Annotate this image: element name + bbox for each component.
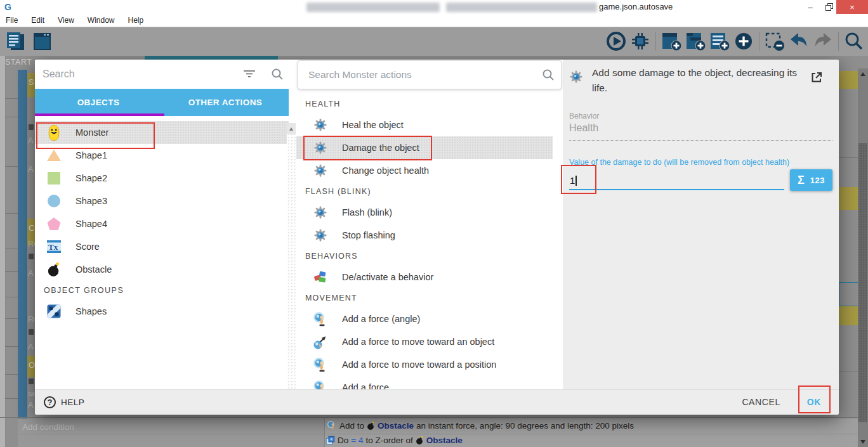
object-item-score[interactable]: TxScore xyxy=(35,235,289,258)
add-circle-icon[interactable] xyxy=(732,30,755,53)
event-action-row[interactable]: Do = 4 to Z-order of Obstacle xyxy=(326,436,463,445)
search-toolbar-icon[interactable] xyxy=(843,30,865,53)
action-text: an instant force, angle: 90 degrees and … xyxy=(416,421,634,431)
action-item-change-object-health[interactable]: Change object health xyxy=(296,159,553,182)
title-bar: G game.json.autosave – × xyxy=(0,0,868,14)
event-bracket-tick xyxy=(5,346,18,347)
scroll-up-arrow[interactable] xyxy=(287,123,296,134)
menu-bar: FileEditViewWindowHelp xyxy=(0,14,868,27)
title-redacted-block xyxy=(306,3,440,12)
play-icon[interactable] xyxy=(605,30,628,53)
search-icon xyxy=(271,68,284,81)
filter-icon[interactable] xyxy=(243,68,256,79)
action-item-add-a-force-angle-[interactable]: Add a force (angle) xyxy=(296,308,553,330)
object-item-shape2[interactable]: Shape2 xyxy=(35,167,289,190)
tab-other-actions[interactable]: OTHER ACTIONS xyxy=(162,89,289,116)
action-item-add-a-force-to-move-toward-an-object[interactable]: Add a force to move toward an object xyxy=(296,330,553,353)
action-item-heal-the-object[interactable]: Heal the object xyxy=(296,113,553,136)
object-item-shape3[interactable]: Shape3 xyxy=(35,190,289,212)
object-label: Shape2 xyxy=(76,173,107,183)
behavior-label: Behavior xyxy=(569,112,599,120)
objects-scrollbar[interactable] xyxy=(287,123,296,389)
redo-icon[interactable] xyxy=(812,30,834,53)
event-icon-mark xyxy=(29,329,34,335)
event-bracket-tick xyxy=(5,318,18,319)
object-label: Shape4 xyxy=(76,219,107,229)
pentagon-icon xyxy=(46,216,62,231)
restore-icon xyxy=(825,3,833,11)
action-text: to Z-order of xyxy=(365,436,412,445)
event-indent-bar xyxy=(18,70,27,447)
menu-help[interactable]: Help xyxy=(128,16,144,25)
app-logo-icon: G xyxy=(4,2,15,12)
event-icon-mark xyxy=(29,124,34,130)
event-text-fragment: A xyxy=(28,136,34,145)
active-tab-underline xyxy=(35,113,164,116)
menu-view[interactable]: View xyxy=(58,16,74,25)
force-icon xyxy=(313,311,328,327)
expression-123-label: 123 xyxy=(810,176,825,185)
bomb-icon xyxy=(47,262,61,277)
event-text-fragment: A xyxy=(28,400,34,410)
minimize-button[interactable]: – xyxy=(801,0,820,14)
undo-icon[interactable] xyxy=(787,30,810,53)
action-param: = 4 xyxy=(351,436,363,445)
action-item-de-activate-a-behavior[interactable]: De/activate a behavior xyxy=(296,266,553,288)
window-scrollbar[interactable] xyxy=(858,68,868,447)
action-item-add-a-force[interactable]: Add a force xyxy=(296,376,553,389)
scene-tab[interactable]: START xyxy=(5,58,32,67)
objects-panel: Search OBJECTSOTHER ACTIONS MonsterShape… xyxy=(35,60,296,389)
tab-objects[interactable]: OBJECTS xyxy=(35,89,162,116)
group-label: Shapes xyxy=(76,306,107,316)
event-text-fragment: A xyxy=(28,342,34,351)
object-item-obstacle[interactable]: Obstacle xyxy=(35,258,289,281)
action-search-field[interactable]: Search Monster actions xyxy=(298,60,562,89)
menu-window[interactable]: Window xyxy=(88,16,115,25)
add-event-icon[interactable] xyxy=(660,30,683,53)
add-comment-icon[interactable] xyxy=(708,30,731,53)
open-in-new-icon[interactable] xyxy=(810,71,823,84)
row-divider xyxy=(18,434,858,434)
add-condition-link[interactable]: Add condition xyxy=(22,422,74,432)
object-label: Shape1 xyxy=(76,150,107,160)
group-item-shapes[interactable]: Shapes xyxy=(35,300,289,323)
help-button[interactable]: ? HELP xyxy=(44,396,84,408)
close-button[interactable]: × xyxy=(836,0,868,14)
window-title: game.json.autosave xyxy=(599,2,673,11)
action-description: Add some damage to the object, decreasin… xyxy=(592,65,805,96)
object-label: Shape3 xyxy=(76,196,107,206)
event-action-row[interactable]: Add to Obstacle an instant force, angle:… xyxy=(327,420,634,431)
expression-editor-button[interactable]: Σ 123 xyxy=(790,169,832,191)
action-text: Add to xyxy=(339,421,364,431)
action-item-add-a-force-to-move-toward-a-position[interactable]: Add a force to move toward a position xyxy=(296,353,553,376)
add-subevent-icon[interactable] xyxy=(684,30,707,53)
force-icon xyxy=(313,380,328,389)
event-bracket-tick xyxy=(5,166,18,167)
action-label: Flash (blink) xyxy=(342,207,392,217)
action-item-flash-blink-[interactable]: Flash (blink) xyxy=(296,201,553,224)
object-label: Obstacle xyxy=(76,264,112,275)
project-manager-icon[interactable] xyxy=(4,30,27,53)
event-divider xyxy=(839,157,858,158)
action-item-stop-flashing[interactable]: Stop flashing xyxy=(296,224,553,247)
debug-icon[interactable] xyxy=(629,30,652,53)
menu-file[interactable]: File xyxy=(6,16,18,25)
section-header-flash-blink-: FLASH (BLINK) xyxy=(296,182,553,201)
menu-edit[interactable]: Edit xyxy=(31,16,44,25)
scroll-down-arrow[interactable] xyxy=(860,440,865,444)
object-item-shape4[interactable]: Shape4 xyxy=(35,212,289,235)
scene-window-icon[interactable] xyxy=(30,30,53,53)
delete-event-icon[interactable] xyxy=(763,30,786,53)
event-bracket-tick xyxy=(5,398,18,399)
action-label: Stop flashing xyxy=(342,230,395,240)
gear-icon xyxy=(313,164,327,178)
toolbar-separator xyxy=(759,32,760,51)
events-margin-ruler xyxy=(0,56,6,447)
object-search-field[interactable]: Search xyxy=(35,60,296,89)
scroll-up-arrow[interactable] xyxy=(860,72,865,76)
cancel-button[interactable]: CANCEL xyxy=(742,397,780,407)
action-label: Add a force to move toward a position xyxy=(342,360,496,370)
window-scrollbar-thumb[interactable] xyxy=(858,143,867,422)
behavior-value: Health xyxy=(569,122,598,134)
toolbar-separator xyxy=(838,32,839,51)
